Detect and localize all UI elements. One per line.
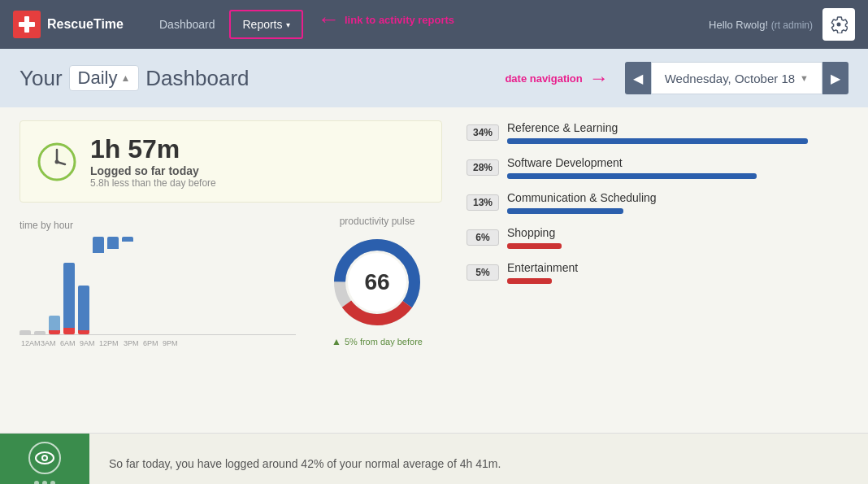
daily-dropdown-arrow: ▲ bbox=[120, 72, 130, 84]
cat-bar-3 bbox=[507, 243, 562, 249]
categories-list: 34% Reference & Learning 28% Software De… bbox=[467, 120, 848, 284]
bar-group-6am bbox=[49, 237, 60, 334]
banner-text: So far today, you have logged around 42%… bbox=[109, 457, 501, 470]
cat-name-4: Entertainment bbox=[507, 261, 578, 274]
cat-bar-wrap-3: Shopping bbox=[507, 225, 848, 249]
xlabel-3pm: 3PM bbox=[124, 339, 135, 347]
hello-text: Hello Rwolg! (rt admin) bbox=[709, 19, 813, 31]
date-dropdown-icon: ▼ bbox=[800, 73, 809, 83]
bar-12am bbox=[20, 330, 31, 334]
svg-rect-1 bbox=[19, 22, 35, 27]
time-sub: 5.8h less than the day before bbox=[90, 177, 216, 189]
time-logged-card: 1h 57m Logged so far today 5.8h less tha… bbox=[20, 120, 442, 203]
xlabel-9pm: 9PM bbox=[163, 339, 174, 347]
cat-bar-wrap-0: Reference & Learning bbox=[507, 120, 848, 144]
nav-right: Hello Rwolg! (rt admin) bbox=[709, 8, 855, 41]
bar-3am bbox=[34, 331, 46, 334]
logo-area: RescueTime bbox=[13, 11, 124, 38]
category-item-3: 6% Shopping bbox=[467, 225, 848, 249]
cat-pct-3: 6% bbox=[467, 229, 499, 246]
bar-9pm bbox=[122, 237, 133, 242]
cat-name-3: Shopping bbox=[507, 226, 555, 239]
bar-group-9pm bbox=[122, 237, 133, 334]
bar-3pm bbox=[93, 237, 104, 253]
bar-group-12pm bbox=[78, 237, 89, 334]
xlabel-6am: 6AM bbox=[60, 339, 72, 347]
cat-pct-4: 5% bbox=[467, 264, 499, 281]
xlabel-6pm: 6PM bbox=[143, 339, 154, 347]
reports-dropdown-arrow: ▾ bbox=[286, 20, 290, 29]
category-item-1: 28% Software Development bbox=[467, 155, 848, 179]
cat-pct-2: 13% bbox=[467, 194, 499, 211]
time-label: Logged so far today bbox=[90, 164, 216, 177]
date-header: Your Daily ▲ Dashboard date navigation →… bbox=[0, 49, 868, 107]
up-arrow-icon: ▲ bbox=[332, 336, 341, 347]
dots-row bbox=[34, 481, 55, 484]
date-annotation-arrow-icon: → bbox=[589, 67, 609, 89]
bar-group-3pm bbox=[93, 237, 104, 334]
cat-name-1: Software Development bbox=[507, 156, 623, 169]
top-nav: RescueTime Dashboard Reports ▾ ← link to… bbox=[0, 0, 868, 49]
reports-nav-link[interactable]: Reports ▾ bbox=[229, 10, 302, 39]
cat-bar-0 bbox=[507, 138, 808, 144]
pulse-sub: ▲ 5% from day before bbox=[332, 336, 423, 347]
xlabel-3am: 3AM bbox=[41, 339, 52, 347]
banner-icon-area bbox=[0, 434, 89, 484]
donut-number: 66 bbox=[364, 269, 389, 295]
right-panel: 34% Reference & Learning 28% Software De… bbox=[442, 120, 848, 420]
category-item-0: 34% Reference & Learning bbox=[467, 120, 848, 144]
cat-bar-2 bbox=[507, 208, 623, 214]
bar-9am-blue bbox=[63, 263, 75, 328]
logo-text: RescueTime bbox=[47, 17, 124, 32]
prev-date-button[interactable]: ◀ bbox=[625, 62, 651, 94]
xlabel-9am: 9AM bbox=[80, 339, 91, 347]
productivity-pulse-label: productivity pulse bbox=[340, 216, 415, 227]
bar-6pm bbox=[107, 237, 119, 249]
cat-bar-wrap-2: Communication & Scheduling bbox=[507, 190, 848, 214]
eye-icon bbox=[28, 442, 61, 474]
xlabel-12am: 12AM bbox=[21, 339, 33, 347]
svg-point-13 bbox=[43, 456, 46, 460]
bar-12pm-red bbox=[78, 330, 89, 334]
cat-bar-1 bbox=[507, 173, 757, 179]
cat-pct-0: 34% bbox=[467, 124, 499, 141]
bar-group-3am bbox=[34, 331, 46, 334]
time-info: 1h 57m Logged so far today 5.8h less tha… bbox=[90, 134, 216, 189]
bar-group-12am bbox=[20, 330, 31, 334]
left-panel: 1h 57m Logged so far today 5.8h less tha… bbox=[20, 120, 442, 420]
dashboard-title: Your Daily ▲ Dashboard bbox=[20, 65, 250, 91]
dot-2 bbox=[42, 481, 47, 484]
xlabel-12pm: 12PM bbox=[99, 339, 115, 347]
cat-bar-wrap-1: Software Development bbox=[507, 155, 848, 179]
date-display: Wednesday, October 18 ▼ bbox=[651, 62, 822, 94]
annotation-text: link to activity reports bbox=[345, 14, 454, 26]
bar-12pm-blue bbox=[78, 286, 89, 330]
settings-button[interactable] bbox=[822, 8, 855, 41]
cat-name-0: Reference & Learning bbox=[507, 121, 618, 134]
charts-row: time by hour bbox=[20, 216, 442, 347]
next-date-button[interactable]: ▶ bbox=[822, 62, 848, 94]
cat-name-2: Communication & Scheduling bbox=[507, 191, 657, 204]
cat-bar-4 bbox=[507, 278, 552, 284]
date-annotation: date navigation → bbox=[505, 67, 608, 89]
category-item-2: 13% Communication & Scheduling bbox=[467, 190, 848, 214]
time-by-hour-label: time by hour bbox=[20, 220, 296, 231]
bar-group-9am bbox=[63, 237, 75, 334]
banner-text-area: So far today, you have logged around 42%… bbox=[89, 434, 868, 484]
bottom-banner: So far today, you have logged around 42%… bbox=[0, 433, 868, 484]
cat-bar-wrap-4: Entertainment bbox=[507, 260, 848, 284]
time-value: 1h 57m bbox=[90, 134, 180, 164]
annotation-arrow-icon: ← bbox=[317, 7, 340, 33]
dot-3 bbox=[50, 481, 55, 484]
annotation-area: ← link to activity reports bbox=[317, 7, 454, 33]
bar-group-6pm bbox=[107, 237, 119, 334]
bar-chart bbox=[20, 238, 296, 335]
bar-9am-red bbox=[63, 328, 75, 334]
bar-chart-section: time by hour bbox=[20, 220, 296, 347]
logo-icon bbox=[13, 11, 41, 38]
date-nav: ◀ Wednesday, October 18 ▼ ▶ bbox=[625, 62, 848, 94]
dashboard-nav-link[interactable]: Dashboard bbox=[148, 11, 227, 37]
category-item-4: 5% Entertainment bbox=[467, 260, 848, 284]
donut-section: productivity pulse 66 ▲ bbox=[312, 216, 442, 347]
daily-badge[interactable]: Daily ▲ bbox=[69, 65, 140, 91]
